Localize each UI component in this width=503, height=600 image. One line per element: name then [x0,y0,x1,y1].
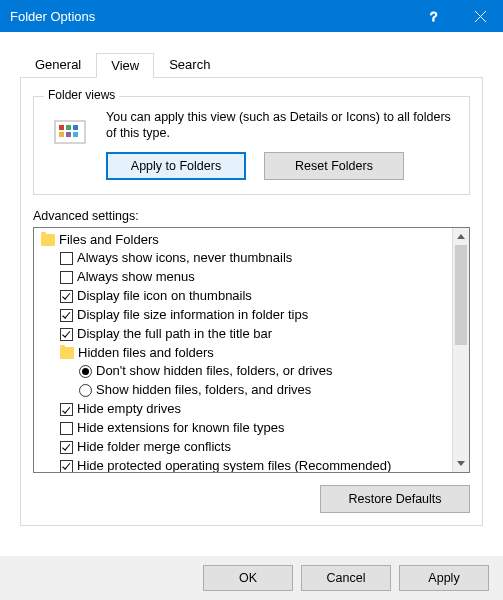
restore-defaults-button[interactable]: Restore Defaults [320,485,470,513]
checkbox-icon[interactable] [60,309,73,322]
tree-radio-item[interactable]: Show hidden files, folders, and drives [38,381,448,400]
folder-views-description: You can apply this view (such as Details… [106,109,455,142]
window-title: Folder Options [10,9,411,24]
checkbox-icon[interactable] [60,422,73,435]
tab-view[interactable]: View [96,53,154,78]
tree-check-item[interactable]: Hide extensions for known file types [38,419,448,438]
checkbox-icon[interactable] [60,252,73,265]
checkbox-icon[interactable] [60,403,73,416]
tab-general[interactable]: General [20,52,96,77]
scroll-thumb[interactable] [455,245,467,345]
tree-check-item[interactable]: Hide protected operating system files (R… [38,457,448,472]
checkbox-icon[interactable] [60,328,73,341]
checkbox-icon[interactable] [60,460,73,472]
folder-views-group: Folder views You can apply this view (su… [33,96,470,195]
close-button[interactable] [457,0,503,32]
help-button[interactable]: ? [411,0,457,32]
checkbox-icon[interactable] [60,441,73,454]
svg-text:?: ? [430,10,437,22]
tree-root-label: Files and Folders [59,231,159,250]
folder-icon [41,234,55,246]
radio-icon[interactable] [79,365,92,378]
checkbox-icon[interactable] [60,290,73,303]
folder-icon [60,347,74,359]
tree-root[interactable]: Files and Folders [38,231,448,250]
svg-rect-5 [66,125,71,130]
dialog-content: General View Search Folder views [0,32,503,526]
svg-marker-10 [457,234,465,239]
ok-button[interactable]: OK [203,565,293,591]
tree-radio-item[interactable]: Don't show hidden files, folders, or dri… [38,362,448,381]
tree-check-item[interactable]: Hide empty drives [38,400,448,419]
cancel-button[interactable]: Cancel [301,565,391,591]
reset-folders-button[interactable]: Reset Folders [264,152,404,180]
scrollbar[interactable] [452,228,469,472]
svg-rect-8 [66,132,71,137]
apply-to-folders-button[interactable]: Apply to Folders [106,152,246,180]
svg-rect-6 [73,125,78,130]
titlebar: Folder Options ? [0,0,503,32]
tab-strip: General View Search [20,52,483,78]
tab-body: Folder views You can apply this view (su… [20,78,483,526]
tree-check-item[interactable]: Always show icons, never thumbnails [38,249,448,268]
apply-button[interactable]: Apply [399,565,489,591]
advanced-settings-label: Advanced settings: [33,209,470,223]
scroll-track[interactable] [453,245,469,455]
radio-icon[interactable] [79,384,92,397]
scroll-up-button[interactable] [453,228,469,245]
folder-views-legend: Folder views [44,88,119,102]
scroll-down-button[interactable] [453,455,469,472]
svg-rect-7 [59,132,64,137]
dialog-footer: OK Cancel Apply [0,556,503,600]
tree-group-hidden[interactable]: Hidden files and folders [38,344,448,363]
tree-check-item[interactable]: Always show menus [38,268,448,287]
svg-rect-4 [59,125,64,130]
tab-search[interactable]: Search [154,52,225,77]
folder-views-icon [48,109,92,153]
svg-marker-11 [457,461,465,466]
svg-rect-9 [73,132,78,137]
advanced-settings-tree[interactable]: Files and Folders Always show icons, nev… [33,227,470,473]
tree-check-item[interactable]: Display the full path in the title bar [38,325,448,344]
tree-check-item[interactable]: Hide folder merge conflicts [38,438,448,457]
checkbox-icon[interactable] [60,271,73,284]
tree-check-item[interactable]: Display file size information in folder … [38,306,448,325]
tree-check-item[interactable]: Display file icon on thumbnails [38,287,448,306]
